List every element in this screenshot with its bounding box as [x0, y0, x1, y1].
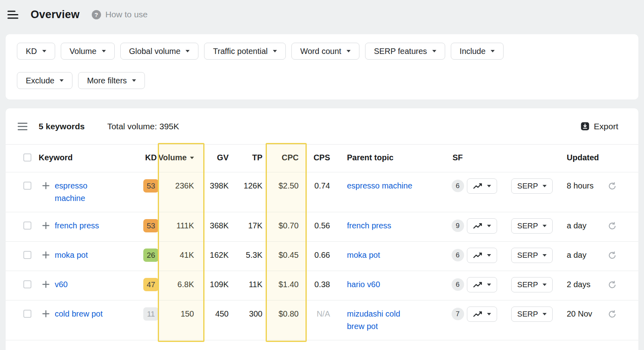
filter-dropdown-button[interactable]: Exclude: [17, 72, 72, 89]
cps-value: N/A: [304, 300, 336, 327]
refresh-icon[interactable]: [608, 222, 617, 230]
filter-dropdown-button[interactable]: Volume: [61, 43, 115, 60]
row-checkbox[interactable]: [23, 310, 31, 318]
expand-plus-icon[interactable]: [42, 182, 50, 190]
row-checkbox[interactable]: [23, 280, 31, 288]
gv-value: 398K: [200, 172, 234, 199]
row-checkbox[interactable]: [23, 182, 31, 190]
chevron-down-icon: [543, 313, 547, 315]
serp-button[interactable]: SERP: [511, 277, 553, 292]
gv-value: 368K: [200, 212, 234, 239]
header-parent-topic[interactable]: Parent topic: [336, 145, 448, 171]
trend-chart-icon: [473, 311, 483, 317]
cps-value: 0.66: [304, 242, 336, 269]
keyword-link[interactable]: v60: [55, 278, 68, 291]
filter-dropdown-button[interactable]: Include: [451, 43, 504, 60]
filter-dropdown-button[interactable]: Global volume: [120, 43, 199, 60]
header-gv[interactable]: GV: [200, 145, 234, 171]
trend-chart-icon: [473, 252, 483, 259]
header-checkbox-cell: [18, 145, 39, 172]
filter-dropdown-button[interactable]: More filters: [78, 72, 145, 89]
filter-dropdown-label: Volume: [70, 47, 97, 56]
how-to-use-link[interactable]: ? How to use: [92, 10, 148, 19]
parent-topic-link[interactable]: moka pot: [347, 249, 380, 261]
header-cpc[interactable]: CPC: [268, 145, 304, 171]
expand-plus-icon[interactable]: [42, 222, 50, 230]
select-all-checkbox[interactable]: [23, 153, 31, 162]
expand-plus-icon[interactable]: [42, 310, 50, 318]
updated-value: 20 Nov: [564, 300, 608, 327]
chevron-down-icon: [432, 50, 436, 52]
filters-row-1: KD Volume Global volume Traffic potentia…: [17, 43, 627, 60]
refresh-icon[interactable]: [608, 310, 617, 319]
keyword-link[interactable]: moka pot: [55, 249, 88, 261]
gv-value: 450: [200, 300, 234, 327]
chevron-down-icon: [132, 79, 136, 82]
serp-button-label: SERP: [517, 222, 538, 230]
header-refresh: [608, 145, 621, 158]
chevron-down-icon: [60, 79, 64, 82]
header-tp[interactable]: TP: [234, 145, 268, 171]
parent-topic-link[interactable]: espresso machine: [347, 180, 412, 192]
cps-value: 0.38: [304, 271, 336, 298]
serp-button[interactable]: SERP: [511, 248, 553, 263]
cpc-value: $1.40: [268, 271, 304, 298]
position-history-button[interactable]: [467, 178, 497, 194]
serp-button[interactable]: SERP: [511, 307, 553, 322]
volume-value: 236K: [161, 172, 200, 199]
how-to-use-label: How to use: [105, 10, 148, 19]
chevron-down-icon: [487, 225, 491, 227]
updated-value: 8 hours: [564, 172, 608, 199]
filter-dropdown-button[interactable]: KD: [17, 43, 55, 60]
volume-value: 41K: [161, 242, 200, 269]
updated-value: 2 days: [564, 271, 608, 298]
list-settings-icon[interactable]: [18, 122, 27, 130]
filter-dropdown-button[interactable]: Traffic potential: [204, 43, 286, 60]
refresh-icon[interactable]: [608, 251, 617, 260]
filter-dropdown-label: Global volume: [129, 47, 181, 56]
kd-badge: 53: [143, 179, 159, 193]
serp-features-badge: 6: [452, 180, 464, 192]
keyword-link[interactable]: espresso machine: [55, 180, 117, 205]
cps-value: 0.74: [304, 172, 336, 199]
header-serp: [511, 145, 564, 158]
filter-dropdown-label: More filters: [87, 76, 127, 85]
parent-topic-link[interactable]: french press: [347, 220, 391, 232]
position-history-button[interactable]: [467, 277, 497, 292]
refresh-icon[interactable]: [608, 280, 617, 289]
header-sf[interactable]: SF: [448, 145, 467, 171]
filter-dropdown-label: Traffic potential: [213, 47, 268, 56]
chevron-down-icon: [543, 254, 547, 257]
export-button[interactable]: Export: [581, 122, 618, 131]
chevron-down-icon: [273, 50, 277, 52]
header-updated[interactable]: Updated: [564, 145, 608, 171]
filter-dropdown-button[interactable]: SERP features: [365, 43, 445, 60]
filter-dropdown-label: Exclude: [26, 76, 54, 85]
filter-dropdown-button[interactable]: Word count: [291, 43, 359, 60]
parent-topic-link[interactable]: mizudashi cold brew pot: [347, 308, 416, 333]
serp-button[interactable]: SERP: [511, 218, 553, 234]
serp-button[interactable]: SERP: [511, 178, 553, 194]
position-history-button[interactable]: [467, 218, 497, 234]
header-keyword[interactable]: Keyword: [39, 145, 141, 171]
keywords-table-panel: 5 keywords Total volume: 395K Export Key…: [6, 108, 638, 350]
row-checkbox[interactable]: [23, 222, 31, 230]
filter-dropdown-label: Include: [460, 47, 486, 56]
header-volume[interactable]: Volume: [161, 145, 200, 171]
position-history-button[interactable]: [467, 307, 497, 322]
table-toolbar: 5 keywords Total volume: 395K Export: [6, 108, 638, 145]
keyword-link[interactable]: french press: [55, 220, 99, 232]
expand-plus-icon[interactable]: [42, 251, 50, 259]
row-checkbox[interactable]: [23, 251, 31, 259]
refresh-icon[interactable]: [608, 182, 617, 191]
gv-value: 162K: [200, 242, 234, 269]
position-history-button[interactable]: [467, 248, 497, 263]
expand-plus-icon[interactable]: [42, 280, 50, 288]
topbar: Overview ? How to use: [0, 0, 644, 29]
parent-topic-link[interactable]: hario v60: [347, 278, 380, 291]
header-cps[interactable]: CPS: [304, 145, 336, 171]
keyword-link[interactable]: cold brew pot: [55, 308, 103, 320]
volume-value: 111K: [161, 212, 200, 239]
menu-icon[interactable]: [7, 10, 19, 19]
volume-value: 150: [161, 300, 200, 327]
